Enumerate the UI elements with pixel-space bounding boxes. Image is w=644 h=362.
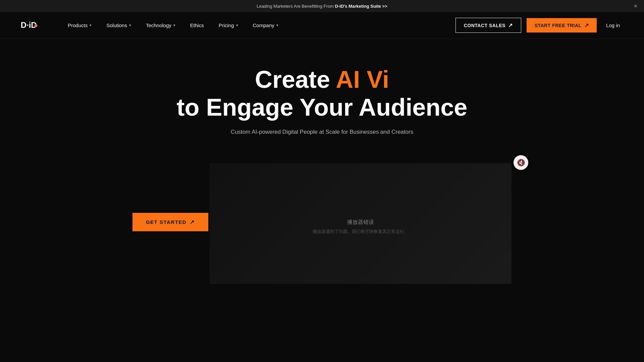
arrow-icon: ↗ <box>508 22 513 28</box>
close-announcement-button[interactable]: × <box>634 3 637 9</box>
arrow-icon: ↗ <box>584 22 589 28</box>
chevron-down-icon: ▾ <box>236 23 238 27</box>
hero-section: Create AI Vi to Engage Your Audience Cus… <box>0 39 644 297</box>
nav-links: Products ▾ Solutions ▾ Technology ▾ Ethi… <box>60 12 455 39</box>
chevron-down-icon: ▾ <box>129 23 131 27</box>
navbar: D·iD Products ▾ Solutions ▾ Technology ▾… <box>0 12 644 39</box>
nav-item-technology[interactable]: Technology ▾ <box>139 12 183 39</box>
contact-sales-button[interactable]: CONTACT SALES ↗ <box>455 18 521 33</box>
hero-title: Create AI Vi to Engage Your Audience <box>7 66 637 121</box>
mute-icon: 🔇 <box>517 159 525 167</box>
nav-item-products[interactable]: Products ▾ <box>60 12 99 39</box>
chevron-down-icon: ▾ <box>90 23 92 27</box>
start-free-trial-button[interactable]: START FREE TRIAL ↗ <box>527 18 597 33</box>
video-placeholder: 播放器错误 播放器遇到了问题。我们将尽快恢复其正常运行。 <box>210 163 512 284</box>
announcement-bar: Leading Marketers Are Benefitting From D… <box>0 0 644 12</box>
nav-item-ethics[interactable]: Ethics <box>183 12 211 39</box>
arrow-icon: ↗ <box>190 219 195 225</box>
hero-subtitle: Custom AI-powered Digital People at Scal… <box>221 127 423 136</box>
video-area: 播放器错误 播放器遇到了问题。我们将尽快恢复其正常运行。 <box>210 163 512 284</box>
video-error-subtitle: 播放器遇到了问题。我们将尽快恢复其正常运行。 <box>313 229 409 235</box>
login-button[interactable]: Log in <box>602 22 624 28</box>
nav-item-company[interactable]: Company ▾ <box>246 12 286 39</box>
get-started-button[interactable]: GET STARTED ↗ <box>132 213 208 231</box>
chevron-down-icon: ▾ <box>276 23 278 27</box>
nav-actions: CONTACT SALES ↗ START FREE TRIAL ↗ Log i… <box>455 18 624 33</box>
announcement-text: Leading Marketers Are Benefitting From D… <box>257 4 387 9</box>
mute-button[interactable]: 🔇 <box>514 155 528 170</box>
svg-point-1 <box>35 24 38 27</box>
chevron-down-icon: ▾ <box>173 23 175 27</box>
video-error-title: 播放器错误 <box>347 219 374 226</box>
svg-text:D·iD: D·iD <box>21 20 37 29</box>
nav-item-solutions[interactable]: Solutions ▾ <box>99 12 139 39</box>
nav-item-pricing[interactable]: Pricing ▾ <box>211 12 246 39</box>
logo[interactable]: D·iD <box>20 17 40 34</box>
